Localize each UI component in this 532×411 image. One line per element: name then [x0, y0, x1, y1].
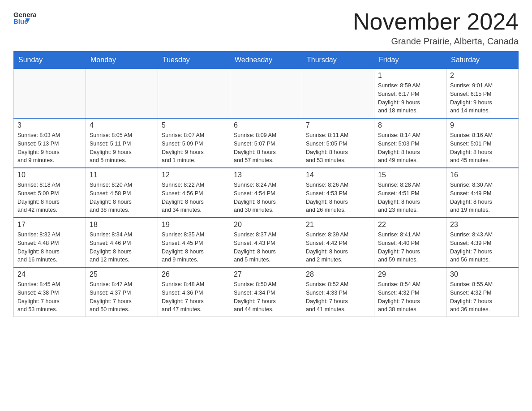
day-info: Sunrise: 8:26 AM Sunset: 4:53 PM Dayligh…	[306, 181, 370, 214]
day-info: Sunrise: 8:14 AM Sunset: 5:03 PM Dayligh…	[378, 131, 442, 165]
day-info: Sunrise: 8:11 AM Sunset: 5:05 PM Dayligh…	[306, 131, 370, 165]
day-info: Sunrise: 8:41 AM Sunset: 4:40 PM Dayligh…	[378, 231, 442, 264]
day-info: Sunrise: 8:16 AM Sunset: 5:01 PM Dayligh…	[450, 131, 515, 165]
header-friday: Friday	[374, 51, 446, 69]
day-number: 26	[162, 270, 226, 278]
table-row: 27Sunrise: 8:50 AM Sunset: 4:34 PM Dayli…	[230, 267, 302, 317]
table-row: 17Sunrise: 8:32 AM Sunset: 4:48 PM Dayli…	[14, 218, 86, 267]
table-row	[14, 69, 86, 119]
day-number: 9	[450, 121, 515, 129]
header-wednesday: Wednesday	[230, 51, 302, 69]
day-info: Sunrise: 8:50 AM Sunset: 4:34 PM Dayligh…	[234, 280, 298, 314]
day-info: Sunrise: 8:30 AM Sunset: 4:49 PM Dayligh…	[450, 181, 515, 214]
day-info: Sunrise: 8:59 AM Sunset: 6:17 PM Dayligh…	[378, 81, 442, 115]
table-row: 12Sunrise: 8:22 AM Sunset: 4:56 PM Dayli…	[158, 168, 230, 218]
day-number: 3	[17, 121, 82, 129]
table-row: 24Sunrise: 8:45 AM Sunset: 4:38 PM Dayli…	[14, 267, 86, 317]
table-row: 5Sunrise: 8:07 AM Sunset: 5:09 PM Daylig…	[158, 118, 230, 168]
table-row: 9Sunrise: 8:16 AM Sunset: 5:01 PM Daylig…	[446, 118, 519, 168]
day-number: 12	[162, 171, 226, 179]
header-thursday: Thursday	[302, 51, 374, 69]
day-number: 15	[378, 171, 442, 179]
table-row: 19Sunrise: 8:35 AM Sunset: 4:45 PM Dayli…	[158, 218, 230, 267]
day-number: 30	[450, 270, 515, 278]
day-number: 7	[306, 121, 370, 129]
table-row: 1Sunrise: 8:59 AM Sunset: 6:17 PM Daylig…	[374, 69, 446, 119]
table-row	[158, 69, 230, 119]
table-row: 25Sunrise: 8:47 AM Sunset: 4:37 PM Dayli…	[86, 267, 158, 317]
calendar-week-row: 3Sunrise: 8:03 AM Sunset: 5:13 PM Daylig…	[14, 118, 519, 168]
table-row: 16Sunrise: 8:30 AM Sunset: 4:49 PM Dayli…	[446, 168, 519, 218]
day-info: Sunrise: 8:18 AM Sunset: 5:00 PM Dayligh…	[17, 181, 82, 214]
calendar-week-row: 17Sunrise: 8:32 AM Sunset: 4:48 PM Dayli…	[14, 218, 519, 267]
day-info: Sunrise: 8:43 AM Sunset: 4:39 PM Dayligh…	[450, 231, 515, 264]
day-number: 16	[450, 171, 515, 179]
calendar-week-row: 1Sunrise: 8:59 AM Sunset: 6:17 PM Daylig…	[14, 69, 519, 119]
table-row: 30Sunrise: 8:55 AM Sunset: 4:32 PM Dayli…	[446, 267, 519, 317]
calendar-title: November 2024	[353, 9, 519, 34]
calendar-header-row: Sunday Monday Tuesday Wednesday Thursday…	[14, 51, 519, 69]
table-row: 21Sunrise: 8:39 AM Sunset: 4:42 PM Dayli…	[302, 218, 374, 267]
table-row: 11Sunrise: 8:20 AM Sunset: 4:58 PM Dayli…	[86, 168, 158, 218]
day-info: Sunrise: 8:07 AM Sunset: 5:09 PM Dayligh…	[162, 131, 226, 165]
calendar-week-row: 24Sunrise: 8:45 AM Sunset: 4:38 PM Dayli…	[14, 267, 519, 317]
day-number: 8	[378, 121, 442, 129]
day-info: Sunrise: 8:28 AM Sunset: 4:51 PM Dayligh…	[378, 181, 442, 214]
table-row: 6Sunrise: 8:09 AM Sunset: 5:07 PM Daylig…	[230, 118, 302, 168]
day-number: 28	[306, 270, 370, 278]
table-row: 3Sunrise: 8:03 AM Sunset: 5:13 PM Daylig…	[14, 118, 86, 168]
calendar-week-row: 10Sunrise: 8:18 AM Sunset: 5:00 PM Dayli…	[14, 168, 519, 218]
day-number: 14	[306, 171, 370, 179]
calendar-table: Sunday Monday Tuesday Wednesday Thursday…	[13, 51, 519, 317]
table-row: 15Sunrise: 8:28 AM Sunset: 4:51 PM Dayli…	[374, 168, 446, 218]
day-number: 27	[234, 270, 298, 278]
day-info: Sunrise: 8:39 AM Sunset: 4:42 PM Dayligh…	[306, 231, 370, 264]
day-number: 6	[234, 121, 298, 129]
table-row: 23Sunrise: 8:43 AM Sunset: 4:39 PM Dayli…	[446, 218, 519, 267]
logo: General Blue	[13, 9, 36, 27]
day-info: Sunrise: 8:48 AM Sunset: 4:36 PM Dayligh…	[162, 280, 226, 314]
header-monday: Monday	[86, 51, 158, 69]
day-info: Sunrise: 8:20 AM Sunset: 4:58 PM Dayligh…	[90, 181, 154, 214]
day-number: 24	[17, 270, 82, 278]
day-info: Sunrise: 8:52 AM Sunset: 4:33 PM Dayligh…	[306, 280, 370, 314]
day-number: 17	[17, 221, 82, 229]
svg-text:Blue: Blue	[13, 17, 28, 25]
day-number: 20	[234, 221, 298, 229]
table-row: 10Sunrise: 8:18 AM Sunset: 5:00 PM Dayli…	[14, 168, 86, 218]
day-number: 19	[162, 221, 226, 229]
day-number: 21	[306, 221, 370, 229]
day-info: Sunrise: 8:32 AM Sunset: 4:48 PM Dayligh…	[17, 231, 82, 264]
day-number: 25	[90, 270, 154, 278]
header-sunday: Sunday	[14, 51, 86, 69]
calendar-subtitle: Grande Prairie, Alberta, Canada	[353, 36, 519, 47]
day-info: Sunrise: 8:22 AM Sunset: 4:56 PM Dayligh…	[162, 181, 226, 214]
table-row: 20Sunrise: 8:37 AM Sunset: 4:43 PM Dayli…	[230, 218, 302, 267]
day-number: 29	[378, 270, 442, 278]
day-info: Sunrise: 9:01 AM Sunset: 6:15 PM Dayligh…	[450, 81, 515, 115]
title-block: November 2024 Grande Prairie, Alberta, C…	[353, 9, 519, 47]
table-row: 7Sunrise: 8:11 AM Sunset: 5:05 PM Daylig…	[302, 118, 374, 168]
day-number: 2	[450, 72, 515, 80]
day-info: Sunrise: 8:55 AM Sunset: 4:32 PM Dayligh…	[450, 280, 515, 314]
day-info: Sunrise: 8:37 AM Sunset: 4:43 PM Dayligh…	[234, 231, 298, 264]
day-number: 18	[90, 221, 154, 229]
logo-icon: General Blue	[13, 9, 36, 27]
table-row: 14Sunrise: 8:26 AM Sunset: 4:53 PM Dayli…	[302, 168, 374, 218]
day-number: 5	[162, 121, 226, 129]
table-row: 28Sunrise: 8:52 AM Sunset: 4:33 PM Dayli…	[302, 267, 374, 317]
day-info: Sunrise: 8:09 AM Sunset: 5:07 PM Dayligh…	[234, 131, 298, 165]
table-row: 2Sunrise: 9:01 AM Sunset: 6:15 PM Daylig…	[446, 69, 519, 119]
header-saturday: Saturday	[446, 51, 519, 69]
day-number: 13	[234, 171, 298, 179]
table-row: 18Sunrise: 8:34 AM Sunset: 4:46 PM Dayli…	[86, 218, 158, 267]
day-info: Sunrise: 8:54 AM Sunset: 4:32 PM Dayligh…	[378, 280, 442, 314]
table-row	[302, 69, 374, 119]
day-number: 11	[90, 171, 154, 179]
table-row: 29Sunrise: 8:54 AM Sunset: 4:32 PM Dayli…	[374, 267, 446, 317]
day-info: Sunrise: 8:45 AM Sunset: 4:38 PM Dayligh…	[17, 280, 82, 314]
table-row	[86, 69, 158, 119]
day-info: Sunrise: 8:35 AM Sunset: 4:45 PM Dayligh…	[162, 231, 226, 264]
day-info: Sunrise: 8:24 AM Sunset: 4:54 PM Dayligh…	[234, 181, 298, 214]
header-tuesday: Tuesday	[158, 51, 230, 69]
